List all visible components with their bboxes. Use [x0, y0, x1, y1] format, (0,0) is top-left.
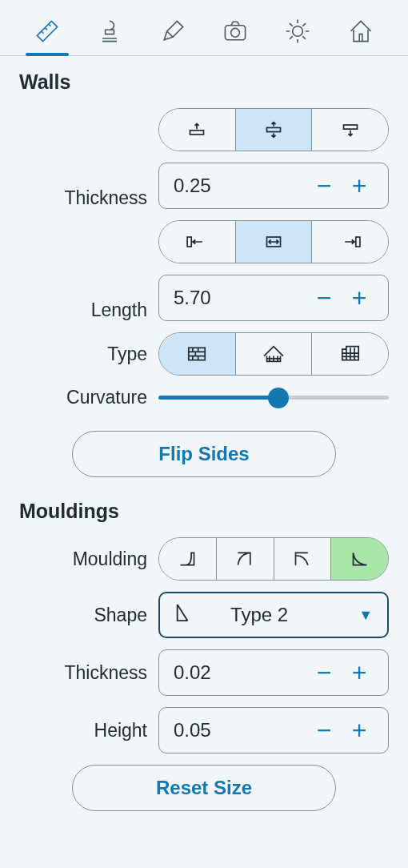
- tab-measure[interactable]: [16, 8, 78, 54]
- moulding-icon-1: [174, 547, 201, 571]
- m-thickness-plus[interactable]: +: [342, 658, 377, 688]
- moulding-group: [158, 537, 389, 581]
- thickness-stepper[interactable]: 0.25 − +: [158, 163, 389, 209]
- shape-select[interactable]: Type 2 ▼: [158, 592, 389, 638]
- reset-size-button[interactable]: Reset Size: [72, 765, 336, 811]
- m-thickness-value: 0.02: [170, 661, 306, 684]
- chevron-down-icon: ▼: [358, 607, 373, 624]
- length-minus[interactable]: −: [306, 283, 342, 313]
- ruler-icon: [33, 17, 62, 46]
- flip-sides-button[interactable]: Flip Sides: [72, 431, 336, 477]
- length-align-center[interactable]: [235, 221, 312, 263]
- tab-home[interactable]: [330, 8, 392, 54]
- wall-type-group: [158, 332, 389, 376]
- m-height-minus[interactable]: −: [306, 716, 342, 745]
- mouldings-title: Mouldings: [19, 500, 389, 523]
- svg-point-2: [293, 26, 303, 36]
- m-height-label: Height: [19, 720, 147, 741]
- svg-rect-4: [267, 127, 281, 131]
- house-icon: [346, 17, 375, 46]
- length-label: Length: [19, 299, 147, 321]
- tab-light[interactable]: [266, 8, 329, 54]
- stamp-icon: [95, 17, 124, 46]
- tab-draw[interactable]: [142, 8, 204, 54]
- m-thickness-stepper[interactable]: 0.02 − +: [158, 649, 389, 696]
- svg-rect-5: [343, 125, 357, 129]
- length-align-left[interactable]: [159, 221, 235, 263]
- svg-rect-3: [190, 131, 204, 135]
- length-stepper[interactable]: 5.70 − +: [158, 275, 389, 321]
- svg-rect-8: [355, 237, 359, 247]
- m-height-stepper[interactable]: 0.05 − +: [158, 707, 389, 753]
- tabbar: [0, 0, 408, 56]
- thickness-plus[interactable]: +: [342, 171, 377, 201]
- panel-icon: [337, 342, 364, 366]
- svg-point-1: [231, 28, 240, 37]
- length-value: 5.70: [170, 287, 306, 309]
- tab-camera[interactable]: [204, 8, 266, 54]
- thickness-align-group: [158, 108, 389, 151]
- shape-label: Shape: [19, 605, 147, 626]
- m-height-value: 0.05: [170, 719, 306, 741]
- moulding-opt-4[interactable]: [330, 538, 388, 580]
- walls-title: Walls: [19, 70, 389, 94]
- thickness-align-center[interactable]: [235, 109, 312, 151]
- m-thickness-minus[interactable]: −: [306, 658, 342, 688]
- moulding-opt-2[interactable]: [216, 538, 274, 580]
- curvature-slider[interactable]: [158, 388, 389, 408]
- curvature-label: Curvature: [19, 387, 147, 408]
- m-thickness-label: Thickness: [19, 662, 147, 684]
- svg-rect-0: [226, 25, 246, 39]
- thickness-label: Thickness: [19, 187, 147, 209]
- wall-type-roof[interactable]: [235, 333, 312, 375]
- tab-paint[interactable]: [78, 8, 141, 54]
- thickness-align-bottom[interactable]: [311, 109, 388, 151]
- wall-type-panel[interactable]: [311, 333, 388, 375]
- moulding-icon-3: [289, 547, 316, 571]
- thickness-minus[interactable]: −: [306, 171, 342, 201]
- brick-icon: [183, 342, 210, 366]
- svg-rect-6: [187, 237, 191, 247]
- thickness-value: 0.25: [170, 175, 306, 197]
- type-label: Type: [19, 344, 147, 365]
- roof-icon: [260, 342, 287, 366]
- moulding-icon-4: [346, 547, 374, 571]
- length-align-right[interactable]: [311, 221, 388, 263]
- pencil-icon: [158, 17, 187, 46]
- svg-rect-9: [189, 348, 205, 360]
- slider-thumb[interactable]: [268, 388, 289, 408]
- wall-type-brick[interactable]: [159, 333, 235, 375]
- m-height-plus[interactable]: +: [342, 716, 377, 745]
- shape-select-value: Type 2: [174, 604, 344, 626]
- moulding-icon-2: [231, 547, 258, 571]
- moulding-label: Moulding: [19, 549, 147, 570]
- camera-icon: [221, 17, 250, 46]
- sun-icon: [283, 17, 312, 46]
- length-align-group: [158, 220, 389, 263]
- thickness-align-top[interactable]: [159, 109, 235, 151]
- moulding-opt-3[interactable]: [274, 538, 331, 580]
- moulding-opt-1[interactable]: [159, 538, 216, 580]
- length-plus[interactable]: +: [342, 283, 377, 313]
